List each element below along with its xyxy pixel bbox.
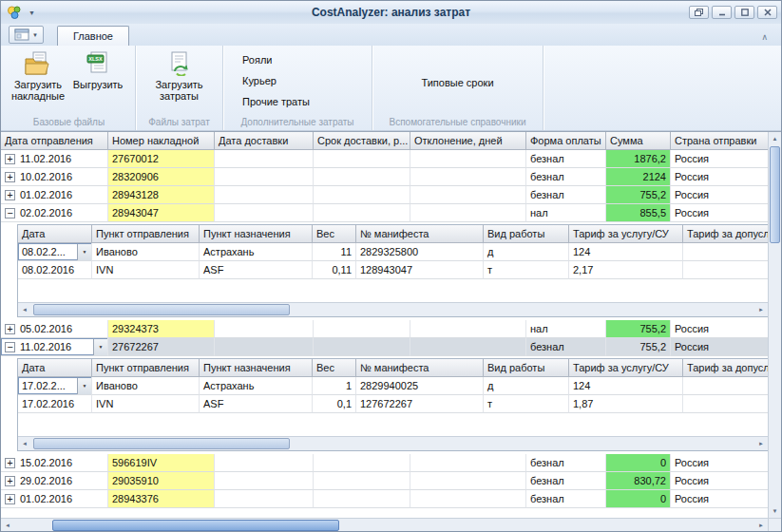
scroll-right-icon[interactable]: ►	[754, 307, 768, 313]
detail-column-header[interactable]: Вид работы	[484, 359, 569, 377]
detail-column-header[interactable]: Вид работы	[484, 225, 569, 243]
quick-access-dropdown-icon[interactable]: ▼	[24, 10, 40, 16]
table-row[interactable]: +01.02.201628943376безнал0Россия	[1, 490, 781, 508]
application-menu-button[interactable]: ▼	[9, 26, 44, 44]
detail-column-header[interactable]: Пункт назначения	[200, 359, 313, 377]
cell-weight[interactable]: 11	[313, 243, 356, 261]
cell-date[interactable]: 08.02.2016	[18, 261, 92, 279]
cell-deviation[interactable]	[410, 150, 526, 168]
cell-payment[interactable]: нал	[526, 320, 606, 338]
cell-weight[interactable]: 0,1	[313, 395, 356, 413]
detail-row[interactable]: 17.02.2...▼ИвановоАстрахань12829940025д1…	[18, 377, 768, 395]
collapse-row-icon[interactable]: −	[5, 208, 15, 218]
cell-deviation[interactable]	[410, 320, 526, 338]
cell-date[interactable]: −11.02.2016▼	[1, 338, 108, 356]
horizontal-scroll-thumb[interactable]	[52, 520, 339, 531]
cell-delivery-term[interactable]	[314, 338, 410, 356]
cell-deviation[interactable]	[410, 490, 526, 508]
scroll-right-icon[interactable]: ►	[754, 522, 768, 528]
detail-column-header[interactable]: Пункт отправления	[92, 359, 200, 377]
detail-column-header[interactable]: Пункт назначения	[200, 225, 313, 243]
dropdown-icon[interactable]: ▼	[93, 339, 107, 355]
cell-delivery-term[interactable]	[314, 320, 410, 338]
expand-row-icon[interactable]: +	[5, 190, 15, 200]
column-header[interactable]: Форма оплаты	[526, 132, 606, 150]
column-header[interactable]: Страна отправки	[671, 132, 771, 150]
expand-row-icon[interactable]: +	[5, 324, 15, 334]
load-invoices-button[interactable]: Загрузить накладные	[7, 48, 69, 102]
cell-date[interactable]: 17.02.2016	[18, 395, 92, 413]
cell-date[interactable]: +01.02.2016	[1, 186, 108, 204]
cell-delivery-date[interactable]	[215, 454, 314, 472]
cell-date[interactable]: 08.02.2...▼	[18, 243, 92, 261]
cell-work-type[interactable]: д	[484, 243, 569, 261]
cell-weight[interactable]: 1	[313, 377, 356, 395]
detail-row[interactable]: 17.02.2016IVNASF0,1127672267т1,87	[18, 395, 768, 413]
cell-tariff-extra[interactable]	[683, 377, 769, 395]
cell-payment[interactable]: безнал	[526, 150, 606, 168]
cell-country[interactable]: Россия	[671, 150, 771, 168]
cell-origin[interactable]: IVN	[92, 261, 200, 279]
cell-date[interactable]: +10.02.2016	[1, 168, 108, 186]
cell-payment[interactable]: безнал	[526, 186, 606, 204]
cell-deviation[interactable]	[410, 338, 526, 356]
ribbon-collapse-icon[interactable]: ∧	[755, 32, 773, 42]
table-row[interactable]: +29.02.201629035910безнал830,72Россия	[1, 472, 781, 490]
maximize-button[interactable]	[734, 6, 754, 19]
cell-destination[interactable]: Астрахань	[200, 243, 313, 261]
cell-deviation[interactable]	[410, 186, 526, 204]
cell-destination[interactable]: ASF	[200, 395, 313, 413]
typical-terms-button[interactable]: Типовые сроки	[417, 76, 497, 89]
cell-tariff-extra[interactable]	[683, 395, 769, 413]
column-header[interactable]: Срок доставки, р...	[314, 132, 410, 150]
cell-tariff-extra[interactable]	[683, 243, 769, 261]
vertical-scroll-thumb[interactable]	[770, 146, 780, 243]
cell-country[interactable]: Россия	[671, 320, 771, 338]
detail-column-header[interactable]: Дата	[18, 225, 92, 243]
cell-date[interactable]: +05.02.2016	[1, 320, 108, 338]
table-row[interactable]: +15.02.2016596619IVбезнал0Россия	[1, 454, 781, 472]
span-windows-button[interactable]	[689, 6, 709, 19]
cell-delivery-date[interactable]	[215, 186, 314, 204]
cell-manifest[interactable]: 2829940025	[356, 377, 484, 395]
detail-row[interactable]: 08.02.2...▼ИвановоАстрахань112829325800д…	[18, 243, 768, 261]
tab-main[interactable]: Главное	[57, 26, 129, 46]
expand-row-icon[interactable]: +	[5, 172, 15, 182]
scroll-left-icon[interactable]: ◄	[18, 307, 31, 313]
scroll-left-icon[interactable]: ◄	[18, 441, 31, 446]
detail-column-header[interactable]: Тариф за услугу/СУ	[569, 359, 683, 377]
cell-invoice[interactable]: 29324373	[108, 320, 215, 338]
cell-date[interactable]: −02.02.2016	[1, 204, 108, 222]
cell-delivery-date[interactable]	[215, 338, 314, 356]
detail-horizontal-scrollbar[interactable]: ◄►	[18, 436, 768, 450]
cell-invoice[interactable]: 28943128	[108, 186, 215, 204]
cell-invoice[interactable]: 28943376	[108, 490, 215, 508]
cell-date[interactable]: +11.02.2016	[1, 150, 108, 168]
cell-sum[interactable]: 0	[606, 490, 671, 508]
cell-tariff-service[interactable]: 2,17	[569, 261, 683, 279]
cell-invoice[interactable]: 596619IV	[108, 454, 215, 472]
cell-country[interactable]: Россия	[671, 204, 771, 222]
cell-delivery-term[interactable]	[314, 150, 410, 168]
column-header[interactable]: Номер накладной	[108, 132, 215, 150]
table-row[interactable]: +10.02.201628320906безнал2124Россия	[1, 168, 781, 186]
cell-origin[interactable]: IVN	[92, 395, 200, 413]
detail-horizontal-scrollbar[interactable]: ◄►	[18, 302, 768, 316]
cell-sum[interactable]: 855,5	[606, 204, 671, 222]
cell-delivery-date[interactable]	[215, 490, 314, 508]
detail-column-header[interactable]: Тариф за услугу/СУ	[569, 225, 683, 243]
column-header[interactable]: Дата отправления	[1, 132, 108, 150]
cell-tariff-service[interactable]: 1,87	[569, 395, 683, 413]
detail-scroll-thumb[interactable]	[33, 304, 290, 315]
cell-country[interactable]: Россия	[671, 490, 771, 508]
scroll-down-icon[interactable]: ▼	[772, 504, 778, 518]
cell-payment[interactable]: безнал	[526, 338, 606, 356]
cell-tariff-service[interactable]: 124	[569, 377, 683, 395]
cell-delivery-date[interactable]	[215, 472, 314, 490]
table-row[interactable]: +11.02.201627670012безнал1876,2Россия	[1, 150, 781, 168]
collapse-row-icon[interactable]: −	[5, 342, 15, 352]
detail-column-header[interactable]: № манифеста	[356, 225, 484, 243]
cell-origin[interactable]: Иваново	[92, 377, 200, 395]
cell-sum[interactable]: 830,72	[606, 472, 671, 490]
cell-country[interactable]: Россия	[671, 186, 771, 204]
